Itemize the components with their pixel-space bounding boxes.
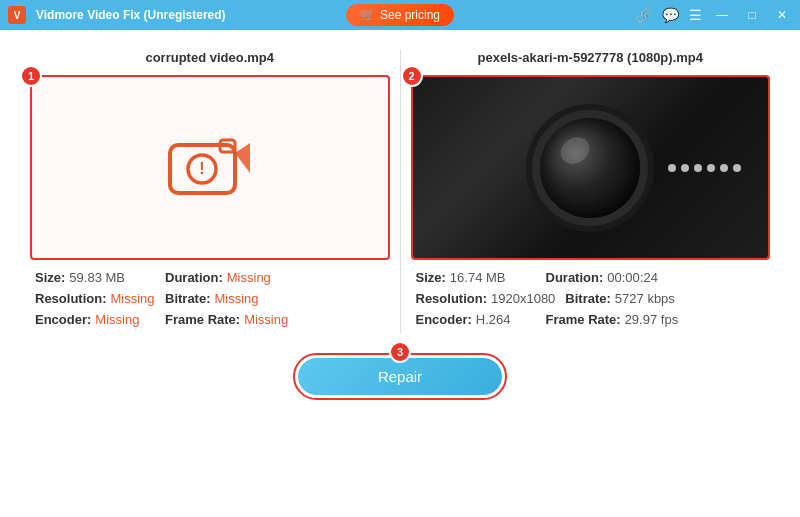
right-panel: pexels-akari-m-5927778 (1080p).mp4 2: [411, 50, 771, 333]
right-duration-label: Duration:: [546, 270, 604, 285]
left-meta-row-1: Size: 59.83 MB Duration: Missing: [35, 270, 385, 285]
left-encoder: Encoder: Missing: [35, 312, 155, 327]
right-encoder: Encoder: H.264: [416, 312, 536, 327]
right-duration-value: 00:00:24: [607, 270, 658, 285]
right-bitrate-label: Bitrate:: [565, 291, 611, 306]
right-video-thumb[interactable]: [411, 75, 771, 260]
dot-4: [707, 164, 715, 172]
right-bitrate-value: 5727 kbps: [615, 291, 675, 306]
left-meta-row-3: Encoder: Missing Frame Rate: Missing: [35, 312, 385, 327]
panels-wrapper: corrupted video.mp4 1 !: [30, 50, 770, 333]
left-bitrate-value: Missing: [215, 291, 259, 306]
left-resolution: Resolution: Missing: [35, 291, 155, 306]
dot-5: [720, 164, 728, 172]
menu-icon[interactable]: ☰: [689, 7, 702, 23]
chat-icon[interactable]: 💬: [662, 7, 679, 23]
maximize-button[interactable]: □: [742, 5, 762, 25]
right-framerate: Frame Rate: 29.97 fps: [546, 312, 679, 327]
svg-text:!: !: [199, 160, 204, 177]
right-size: Size: 16.74 MB: [416, 270, 536, 285]
right-meta: Size: 16.74 MB Duration: 00:00:24 Resolu…: [411, 270, 771, 333]
link-icon[interactable]: 🔗: [635, 7, 652, 23]
dot-3: [694, 164, 702, 172]
right-meta-row-1: Size: 16.74 MB Duration: 00:00:24: [416, 270, 766, 285]
left-size: Size: 59.83 MB: [35, 270, 155, 285]
left-video-wrapper: 1 !: [30, 75, 390, 260]
dot-6: [733, 164, 741, 172]
left-duration: Duration: Missing: [165, 270, 285, 285]
left-framerate-value: Missing: [244, 312, 288, 327]
left-video-thumb[interactable]: !: [30, 75, 390, 260]
left-resolution-label: Resolution:: [35, 291, 107, 306]
right-panel-title: pexels-akari-m-5927778 (1080p).mp4: [478, 50, 703, 65]
right-bitrate: Bitrate: 5727 kbps: [565, 291, 685, 306]
repair-badge: 3: [389, 341, 411, 363]
left-meta-row-2: Resolution: Missing Bitrate: Missing: [35, 291, 385, 306]
left-panel-title: corrupted video.mp4: [145, 50, 274, 65]
app-title: Vidmore Video Fix (Unregistered): [36, 8, 226, 22]
left-bitrate-label: Bitrate:: [165, 291, 211, 306]
dot-2: [681, 164, 689, 172]
titlebar: V Vidmore Video Fix (Unregistered) 🛒 See…: [0, 0, 800, 30]
left-encoder-value: Missing: [95, 312, 139, 327]
right-meta-row-3: Encoder: H.264 Frame Rate: 29.97 fps: [416, 312, 766, 327]
repair-area: 3 Repair: [293, 353, 507, 400]
panel-divider: [400, 50, 401, 333]
left-bitrate: Bitrate: Missing: [165, 291, 285, 306]
lens-icon: [540, 118, 640, 218]
cart-icon: 🛒: [360, 8, 375, 22]
repair-button[interactable]: Repair: [298, 358, 502, 395]
right-duration: Duration: 00:00:24: [546, 270, 666, 285]
right-size-value: 16.74 MB: [450, 270, 506, 285]
right-encoder-label: Encoder:: [416, 312, 472, 327]
svg-marker-4: [235, 143, 250, 173]
minimize-button[interactable]: —: [712, 5, 732, 25]
right-framerate-value: 29.97 fps: [625, 312, 679, 327]
right-meta-row-2: Resolution: 1920x1080 Bitrate: 5727 kbps: [416, 291, 766, 306]
left-size-label: Size:: [35, 270, 65, 285]
right-framerate-label: Frame Rate:: [546, 312, 621, 327]
corrupted-video-icon: !: [155, 123, 265, 213]
left-panel: corrupted video.mp4 1 !: [30, 50, 390, 333]
pricing-button[interactable]: 🛒 See pricing: [346, 4, 454, 26]
right-video-wrapper: 2: [411, 75, 771, 260]
main-content: corrupted video.mp4 1 !: [0, 30, 800, 517]
window-controls: 🔗 💬 ☰ — □ ✕: [635, 5, 792, 25]
dot-1: [668, 164, 676, 172]
left-encoder-label: Encoder:: [35, 312, 91, 327]
ref-thumb-bg: [413, 77, 769, 258]
right-badge: 2: [401, 65, 423, 87]
left-meta: Size: 59.83 MB Duration: Missing Resolut…: [30, 270, 390, 333]
left-badge: 1: [20, 65, 42, 87]
right-resolution: Resolution: 1920x1080: [416, 291, 556, 306]
close-button[interactable]: ✕: [772, 5, 792, 25]
left-duration-value: Missing: [227, 270, 271, 285]
app-logo: V Vidmore Video Fix (Unregistered): [8, 6, 226, 24]
logo-icon: V: [8, 6, 26, 24]
left-duration-label: Duration:: [165, 270, 223, 285]
ref-dots: [668, 164, 748, 172]
left-framerate: Frame Rate: Missing: [165, 312, 288, 327]
left-framerate-label: Frame Rate:: [165, 312, 240, 327]
right-size-label: Size:: [416, 270, 446, 285]
right-resolution-value: 1920x1080: [491, 291, 555, 306]
pricing-label: See pricing: [380, 8, 440, 22]
right-encoder-value: H.264: [476, 312, 511, 327]
pricing-area: 🛒 See pricing: [346, 4, 454, 26]
right-resolution-label: Resolution:: [416, 291, 488, 306]
left-size-value: 59.83 MB: [69, 270, 125, 285]
left-resolution-value: Missing: [111, 291, 155, 306]
